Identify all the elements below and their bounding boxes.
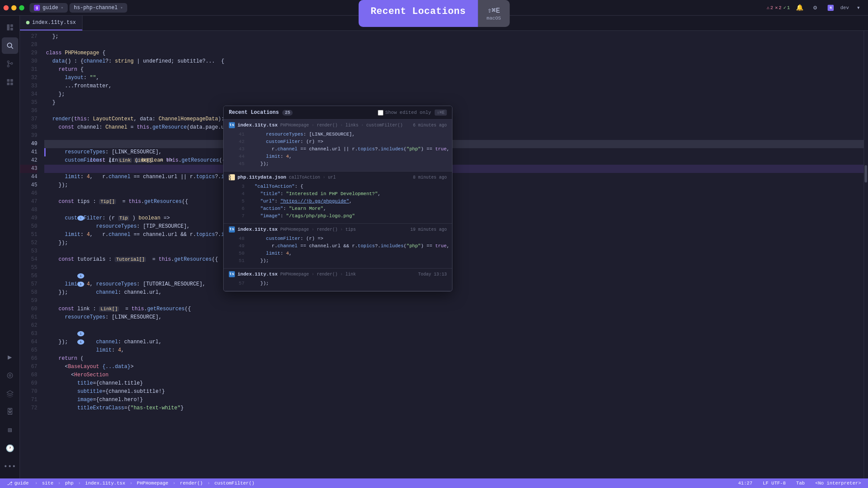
rl-filename-3: index.11ty.tsx bbox=[238, 272, 277, 277]
rl-time-3: Today 13:13 bbox=[418, 272, 447, 277]
code-line: }; bbox=[44, 90, 864, 99]
svg-rect-2 bbox=[10, 28, 13, 30]
activity-bar: ▶ 🗄 ⊞ 🕐 ••• bbox=[0, 16, 20, 478]
code-line: }); bbox=[44, 239, 864, 247]
editor-tab-index[interactable]: index.11ty.tsx bbox=[20, 16, 83, 30]
close-button[interactable] bbox=[3, 5, 9, 10]
code-line: return { bbox=[44, 66, 864, 74]
code-line: data() : {channel?: string | undefined; … bbox=[44, 57, 864, 66]
error-badge[interactable]: ✕ 2 bbox=[775, 5, 782, 10]
info-badge[interactable]: ✓ 1 bbox=[783, 5, 790, 10]
svg-rect-9 bbox=[10, 79, 13, 82]
status-path-class[interactable]: PHPHomepage bbox=[137, 481, 168, 486]
svg-rect-10 bbox=[7, 83, 10, 85]
explorer-icon[interactable] bbox=[2, 19, 18, 36]
rl-time-2: 19 minutes ago bbox=[410, 227, 447, 232]
cursor-position[interactable]: 41:27 bbox=[736, 481, 754, 486]
code-line bbox=[44, 346, 864, 355]
debug-icon[interactable] bbox=[2, 367, 18, 384]
chevron-down-icon[interactable]: ▾ bbox=[852, 2, 865, 14]
code-line-40: const links : Link[] = this.getResources… bbox=[44, 140, 864, 148]
rl-title-text: Recent Locations bbox=[229, 110, 279, 116]
dev-icon[interactable]: N bbox=[825, 2, 837, 14]
tab-channel[interactable]: hs-php-channel ▾ bbox=[69, 3, 127, 13]
status-path-render[interactable]: render() bbox=[180, 481, 203, 486]
encoding-item[interactable]: LF UTF-8 bbox=[761, 481, 788, 486]
interpreter-text: <No interpreter> bbox=[815, 481, 861, 486]
editor-area: index.11ty.tsx 27 28 29 30 31 32 33 34 3… bbox=[20, 16, 868, 478]
code-line: r.channel == channel.url && r.topics?.in… bbox=[44, 222, 864, 231]
code-line: const channel: Channel = this.getResourc… bbox=[44, 123, 864, 132]
rl-item-path-2: ts index.11ty.tsx PHPHomepage › render()… bbox=[229, 226, 356, 232]
more-icon[interactable]: ••• bbox=[2, 458, 18, 475]
status-path-filter[interactable]: customFilter() bbox=[215, 481, 254, 486]
rl-item-1[interactable]: { } php.11tydata.json callToAction › url… bbox=[224, 172, 452, 224]
notifications-icon[interactable]: 🔔 bbox=[793, 2, 805, 14]
recent-locations-label: Recent Locations bbox=[358, 0, 478, 27]
rl-time-0: 6 minutes ago bbox=[413, 123, 447, 128]
git-icon[interactable] bbox=[2, 56, 18, 72]
rl-code-preview-3: 57 }); bbox=[224, 279, 452, 291]
status-path-php[interactable]: php bbox=[65, 481, 74, 486]
code-line: }); bbox=[44, 338, 864, 346]
dev-label[interactable]: dev bbox=[840, 5, 849, 10]
code-line: const tips : Tip[] = this.getResources({ bbox=[44, 198, 864, 206]
scrollbar[interactable] bbox=[864, 31, 868, 478]
warning-badge[interactable]: ⚠ 2 bbox=[766, 5, 773, 10]
code-line: render(this: LayoutContext, data: Channe… bbox=[44, 115, 864, 123]
show-edited-input[interactable] bbox=[378, 110, 383, 116]
status-path-site[interactable]: site bbox=[42, 481, 53, 486]
code-line: <HeroSection bbox=[44, 371, 864, 379]
code-line-43: r.channel == channel.url || r.topics?.in… bbox=[44, 165, 864, 173]
indent-item[interactable]: Tab bbox=[795, 481, 807, 486]
code-line: const tutorials : Tutorial[] = this.getR… bbox=[44, 256, 864, 264]
extensions-icon[interactable] bbox=[2, 74, 18, 90]
minimize-button[interactable] bbox=[11, 5, 17, 10]
scrollbar-thumb[interactable] bbox=[865, 165, 867, 183]
rl-item-2[interactable]: ts index.11ty.tsx PHPHomepage › render()… bbox=[224, 224, 452, 269]
code-line: return ( bbox=[44, 355, 864, 363]
code-line bbox=[44, 107, 864, 115]
top-right-actions: ⚠ 2 ✕ 2 ✓ 1 🔔 ⚙ N dev ▾ bbox=[766, 2, 865, 14]
status-bar: ⎇ guide › site › php › index.11ty.tsx › … bbox=[0, 478, 868, 488]
rl-item-0[interactable]: ts index.11ty.tsx PHPHomepage › render()… bbox=[224, 120, 452, 172]
ts-file-icon-0: ts bbox=[229, 122, 235, 128]
warning-icon: ⚠ bbox=[766, 5, 769, 10]
terminal-icon[interactable]: ⊞ bbox=[2, 422, 18, 438]
info-count: 1 bbox=[787, 5, 790, 10]
status-path-file[interactable]: index.11ty.tsx bbox=[85, 481, 125, 486]
tab-guide-arrow[interactable]: ▾ bbox=[61, 5, 63, 10]
rl-item-3[interactable]: ts index.11ty.tsx PHPHomepage › render()… bbox=[224, 269, 452, 291]
rl-item-path-1: { } php.11tydata.json callToAction › url bbox=[229, 174, 336, 180]
warning-count: 2 bbox=[770, 5, 773, 10]
indent-text: Tab bbox=[796, 481, 805, 486]
status-left: ⎇ guide › site › php › index.11ty.tsx › … bbox=[5, 481, 254, 486]
branch-name: guide bbox=[14, 481, 29, 486]
run-icon[interactable]: ▶ bbox=[2, 349, 18, 365]
recent-locations-panel: Recent Locations 25 Show edited only ⇧⌘E… bbox=[223, 106, 452, 292]
recent-locations-shortcut: ⇧⌘E macOS bbox=[478, 0, 510, 27]
code-line bbox=[44, 41, 864, 49]
interpreter-item[interactable]: <No interpreter> bbox=[813, 481, 863, 486]
clock-icon[interactable]: 🕐 bbox=[2, 440, 18, 457]
code-line: i resourceTypes: [TUTORIAL_RESOURCE], bbox=[44, 264, 864, 272]
tab-guide[interactable]: g guide ▾ bbox=[30, 3, 68, 13]
tab-channel-arrow[interactable]: ▾ bbox=[120, 5, 123, 10]
code-line: subtitle={channel.subtitle!} bbox=[44, 388, 864, 396]
rl-code-preview-2: 48 customFilter: (r) => 49 r.channel == … bbox=[224, 234, 452, 268]
settings-icon[interactable]: ⚙ bbox=[809, 2, 821, 14]
branch-item[interactable]: ⎇ guide bbox=[5, 481, 30, 486]
code-line: } bbox=[44, 99, 864, 107]
database-icon[interactable]: 🗄 bbox=[2, 404, 18, 420]
rl-panel-title: Recent Locations 25 bbox=[229, 110, 293, 116]
ts-file-icon-2: ts bbox=[229, 226, 235, 232]
maximize-button[interactable] bbox=[19, 5, 24, 10]
code-line: i channel: channel.url, bbox=[44, 272, 864, 280]
layers-icon[interactable] bbox=[2, 385, 18, 402]
show-edited-checkbox[interactable]: Show edited only bbox=[378, 110, 431, 116]
search-icon[interactable] bbox=[2, 37, 18, 54]
rl-item-path-0: ts index.11ty.tsx PHPHomepage › render()… bbox=[229, 122, 403, 128]
code-line bbox=[44, 247, 864, 256]
rl-item-header-3: ts index.11ty.tsx PHPHomepage › render()… bbox=[224, 269, 452, 279]
rl-filename-0: index.11ty.tsx bbox=[238, 123, 277, 128]
